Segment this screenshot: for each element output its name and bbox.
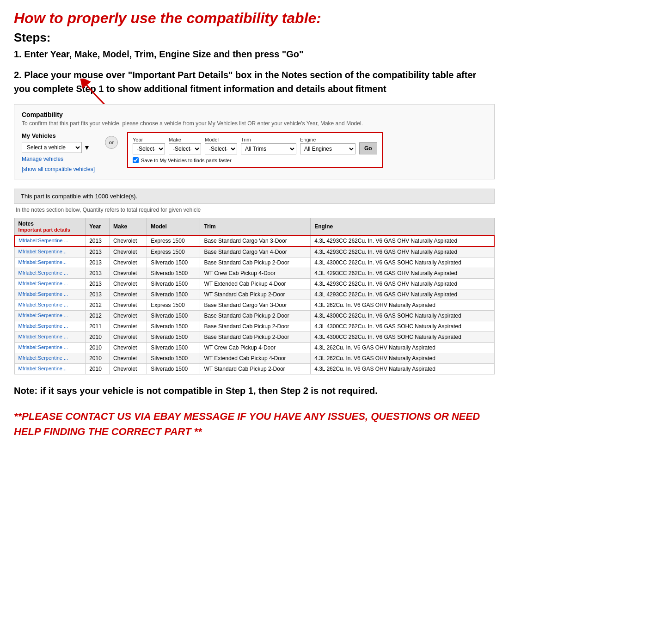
make-cell: Chevrolet [110, 321, 147, 332]
make-cell: Chevrolet [110, 279, 147, 289]
notes-cell: Mfrlabel:Serpentine... [14, 246, 86, 258]
make-cell: Chevrolet [110, 258, 147, 268]
year-cell: 2010 [86, 343, 110, 353]
model-cell: Silverado 1500 [147, 268, 200, 279]
model-cell: Silverado 1500 [147, 279, 200, 289]
notes-cell: Mfrlabel:Serpentine ... [14, 332, 86, 343]
year-cell: 2013 [86, 289, 110, 300]
engine-cell: 4.3L 4293CC 262Cu. In. V6 GAS OHV Natura… [311, 246, 494, 258]
engine-cell: 4.3L 4300CC 262Cu. In. V6 GAS SOHC Natur… [311, 321, 494, 332]
trim-select[interactable]: All Trims [241, 143, 296, 154]
make-cell: Chevrolet [110, 364, 147, 374]
trim-cell: Base Standard Cab Pickup 2-Door [200, 321, 311, 332]
model-header: Model [147, 218, 200, 236]
vehicle-select-dropdown[interactable]: Select a vehicle [22, 142, 82, 153]
compat-title: Compatibility [22, 111, 487, 118]
make-cell: Chevrolet [110, 289, 147, 300]
notes-cell: Mfrlabel:Serpentine... [14, 258, 86, 268]
compatibility-widget-wrapper: Compatibility To confirm that this part … [14, 104, 495, 179]
year-cell: 2013 [86, 235, 110, 246]
model-cell: Express 1500 [147, 246, 200, 258]
vehicle-select-wrapper: Select a vehicle ▼ [22, 142, 96, 153]
year-cell: 2013 [86, 268, 110, 279]
make-header: Make [110, 218, 147, 236]
save-checkbox[interactable] [133, 157, 139, 163]
make-cell: Chevrolet [110, 246, 147, 258]
step2-text: 2. Place your mouse over "Important Part… [14, 68, 495, 96]
make-label: Make [169, 137, 201, 142]
notes-cell: Mfrlabel:Serpentine ... [14, 289, 86, 300]
engine-cell: 4.3L 262Cu. In. V6 GAS OHV Naturally Asp… [311, 300, 494, 311]
make-cell: Chevrolet [110, 353, 147, 364]
make-select[interactable]: -Select- [169, 143, 201, 154]
notes-cell: Mfrlabel:Serpentine ... [14, 300, 86, 311]
trim-cell: WT Crew Cab Pickup 4-Door [200, 343, 311, 353]
engine-cell: 4.3L 4293CC 262Cu. In. V6 GAS OHV Natura… [311, 268, 494, 279]
notes-cell: Mfrlabel:Serpentine ... [14, 268, 86, 279]
year-header: Year [86, 218, 110, 236]
year-cell: 2010 [86, 364, 110, 374]
year-select[interactable]: -Select- [133, 143, 165, 154]
table-row: Mfrlabel:Serpentine ...2013ChevroletSilv… [14, 289, 494, 300]
table-row: Mfrlabel:Serpentine ...2012ChevroletExpr… [14, 300, 494, 311]
engine-cell: 4.3L 4293CC 262Cu. In. V6 GAS OHV Natura… [311, 279, 494, 289]
go-button[interactable]: Go [359, 142, 377, 154]
model-cell: Silverado 1500 [147, 258, 200, 268]
engine-header: Engine [311, 218, 494, 236]
bottom-note: Note: if it says your vehicle is not com… [14, 384, 495, 398]
important-part-details-header: Important part details [18, 227, 82, 233]
main-title: How to properly use the compatibility ta… [14, 9, 495, 27]
notes-cell: Mfrlabel:Serpentine ... [14, 321, 86, 332]
engine-cell: 4.3L 262Cu. In. V6 GAS OHV Naturally Asp… [311, 353, 494, 364]
year-cell: 2010 [86, 332, 110, 343]
trim-cell: Base Standard Cargo Van 4-Door [200, 246, 311, 258]
contact-section: **PLEASE CONTACT US VIA EBAY MESSAGE IF … [14, 409, 495, 439]
compatibility-widget: Compatibility To confirm that this part … [14, 104, 495, 179]
engine-cell: 4.3L 4300CC 262Cu. In. V6 GAS SOHC Natur… [311, 311, 494, 321]
model-cell: Silverado 1500 [147, 321, 200, 332]
year-cell: 2013 [86, 258, 110, 268]
year-cell: 2013 [86, 246, 110, 258]
make-cell: Chevrolet [110, 311, 147, 321]
compat-count-bar: This part is compatible with 1000 vehicl… [14, 189, 495, 204]
notes-header: Notes Important part details [14, 218, 86, 236]
notes-cell: Mfrlabel:Serpentine ... [14, 235, 86, 246]
manage-vehicles-link[interactable]: Manage vehicles [22, 156, 96, 162]
compat-body: My Vehicles Select a vehicle ▼ Manage ve… [22, 132, 487, 172]
trim-cell: WT Standard Cab Pickup 2-Door [200, 364, 311, 374]
steps-heading: Steps: [14, 31, 495, 45]
table-row: Mfrlabel:Serpentine ...2011ChevroletSilv… [14, 321, 494, 332]
notes-cell: Mfrlabel:Serpentine ... [14, 343, 86, 353]
engine-cell: 4.3L 4300CC 262Cu. In. V6 GAS SOHC Natur… [311, 258, 494, 268]
year-cell: 2013 [86, 279, 110, 289]
notes-cell: Mfrlabel:Serpentine ... [14, 279, 86, 289]
year-label: Year [133, 137, 165, 142]
trim-label: Trim [241, 137, 296, 142]
make-cell: Chevrolet [110, 235, 147, 246]
dropdown-arrow-icon: ▼ [84, 144, 90, 151]
compat-quantity-note: In the notes section below, Quantity ref… [14, 207, 495, 213]
engine-cell: 4.3L 262Cu. In. V6 GAS OHV Naturally Asp… [311, 343, 494, 353]
make-cell: Chevrolet [110, 332, 147, 343]
model-cell: Silverado 1500 [147, 289, 200, 300]
engine-label: Engine [300, 137, 355, 142]
year-cell: 2010 [86, 353, 110, 364]
trim-cell: Base Standard Cab Pickup 2-Door [200, 258, 311, 268]
model-cell: Silverado 1500 [147, 353, 200, 364]
save-checkbox-row: Save to My Vehicles to finds parts faste… [133, 157, 377, 163]
model-field: Model -Select- [205, 137, 237, 154]
engine-select[interactable]: All Engines [300, 143, 355, 154]
model-select[interactable]: -Select- [205, 143, 237, 154]
show-all-link[interactable]: [show all compatible vehicles] [22, 166, 95, 172]
notes-cell: Mfrlabel:Serpentine ... [14, 353, 86, 364]
ymm-row: Year -Select- Make -Select- Model [133, 137, 377, 154]
save-label: Save to My Vehicles to finds parts faste… [141, 158, 232, 163]
table-row: Mfrlabel:Serpentine...2013ChevroletSilve… [14, 258, 494, 268]
table-row: Mfrlabel:Serpentine ...2010ChevroletSilv… [14, 332, 494, 343]
engine-cell: 4.3L 4300CC 262Cu. In. V6 GAS SOHC Natur… [311, 332, 494, 343]
model-cell: Silverado 1500 [147, 311, 200, 321]
trim-header: Trim [200, 218, 311, 236]
table-header-row: Notes Important part details Year Make M… [14, 218, 494, 236]
trim-cell: WT Extended Cab Pickup 4-Door [200, 353, 311, 364]
engine-cell: 4.3L 262Cu. In. V6 GAS OHV Naturally Asp… [311, 364, 494, 374]
